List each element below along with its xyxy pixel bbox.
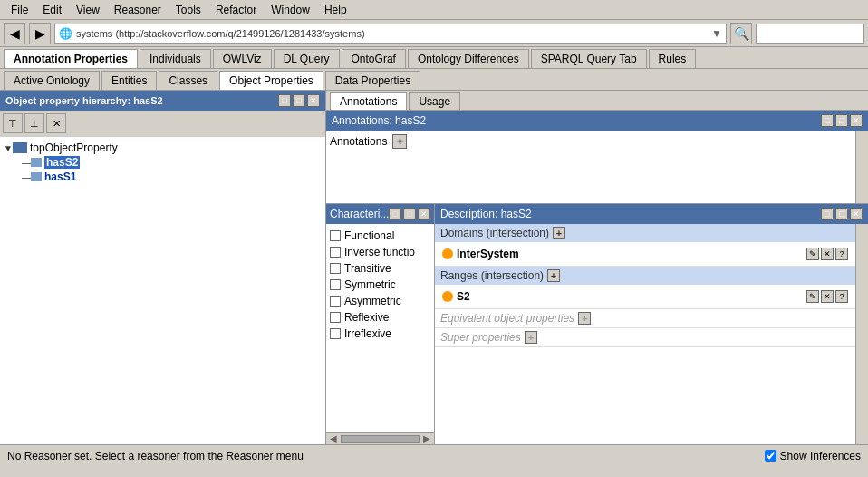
- left-panel-min-btn[interactable]: □: [278, 94, 291, 107]
- char-body: Functional Inverse functio Transitive Sy…: [326, 224, 434, 432]
- intersystem-dot: [442, 248, 453, 259]
- menu-file[interactable]: File: [4, 2, 35, 18]
- desc-close-btn[interactable]: ✕: [850, 208, 863, 220]
- super-label: Super properties: [440, 331, 521, 344]
- tab-individuals[interactable]: Individuals: [140, 49, 211, 68]
- char-label-irreflexive: Irreflexive: [344, 327, 391, 340]
- tree-label-hass1: hasS1: [44, 170, 76, 183]
- tab-rules[interactable]: Rules: [649, 49, 697, 68]
- menu-edit[interactable]: Edit: [35, 2, 69, 18]
- tree-arrow-hass2: —: [22, 158, 31, 168]
- char-label-symmetric: Symmetric: [344, 278, 396, 291]
- tab-ontology-differences[interactable]: Ontology Differences: [408, 49, 529, 68]
- domains-add-btn[interactable]: +: [553, 227, 565, 239]
- desc-header-title: Description: hasS2: [440, 208, 532, 220]
- equivalent-add-btn[interactable]: +: [578, 312, 591, 325]
- super-add-btn[interactable]: +: [525, 331, 537, 344]
- checkbox-asymmetric[interactable]: [330, 296, 341, 307]
- tree-top-btn[interactable]: ⊤: [3, 113, 23, 133]
- show-inferences-checkbox[interactable]: [765, 450, 776, 462]
- s2-remove-btn[interactable]: ✕: [821, 290, 834, 303]
- intersystem-info-btn[interactable]: ?: [835, 248, 848, 260]
- left-panel-close-btn[interactable]: ✕: [307, 94, 320, 107]
- url-bar[interactable]: 🌐 systems (http://stackoverflow.com/q/21…: [54, 24, 727, 44]
- tab-usage[interactable]: Usage: [409, 92, 460, 110]
- desc-scrollbar[interactable]: [855, 224, 868, 444]
- char-min-btn[interactable]: □: [389, 208, 401, 220]
- checkbox-functional[interactable]: [330, 230, 341, 241]
- tab-ontograf[interactable]: OntoGraf: [342, 49, 406, 68]
- char-item-symmetric: Symmetric: [330, 277, 430, 293]
- right-panel: Annotations Usage Annotations: hasS2 □ □…: [326, 91, 868, 444]
- menu-help[interactable]: Help: [317, 2, 354, 18]
- tree-item-topobjectproperty[interactable]: ▼ topObjectProperty: [4, 141, 322, 155]
- url-dropdown-icon[interactable]: ▼: [711, 27, 722, 40]
- tree-item-hass1[interactable]: — hasS1: [4, 170, 322, 184]
- checkbox-transitive[interactable]: [330, 263, 341, 274]
- s2-edit-btn[interactable]: ✎: [806, 290, 819, 303]
- annotations-label: Annotations: [330, 135, 387, 148]
- char-item-inverse: Inverse functio: [330, 244, 430, 260]
- back-button[interactable]: ◀: [4, 23, 25, 44]
- tab-annotation-properties[interactable]: Annotation Properties: [4, 49, 138, 68]
- url-icon: 🌐: [59, 27, 72, 40]
- s2-info-btn[interactable]: ?: [835, 290, 848, 303]
- desc-item-intersystem[interactable]: InterSystem ✎ ✕ ?: [442, 246, 848, 262]
- left-panel: Object property hierarchy: hasS2 □ □ ✕ ⊤…: [0, 91, 326, 444]
- desc-body: Domains (intersection) + InterSystem: [435, 224, 855, 444]
- tree-clear-btn[interactable]: ✕: [46, 113, 66, 133]
- ann-max-btn[interactable]: □: [835, 114, 848, 127]
- domains-content: InterSystem ✎ ✕ ?: [435, 242, 855, 266]
- toolbar: ◀ ▶ 🌐 systems (http://stackoverflow.com/…: [0, 20, 868, 47]
- statusbar: No Reasoner set. Select a reasoner from …: [0, 444, 868, 466]
- intersystem-remove-btn[interactable]: ✕: [821, 248, 834, 260]
- menu-refactor[interactable]: Refactor: [208, 2, 264, 18]
- tab-entities[interactable]: Entities: [101, 71, 157, 90]
- left-panel-max-btn[interactable]: □: [293, 94, 305, 107]
- tab-object-properties[interactable]: Object Properties: [219, 71, 323, 90]
- tab-sparql-query[interactable]: SPARQL Query Tab: [531, 49, 647, 68]
- domains-header: Domains (intersection) +: [435, 224, 855, 242]
- desc-min-btn[interactable]: □: [821, 208, 834, 220]
- forward-button[interactable]: ▶: [29, 23, 51, 44]
- intersystem-edit-btn[interactable]: ✎: [806, 248, 819, 260]
- tab-annotations[interactable]: Annotations: [330, 92, 407, 110]
- search-input[interactable]: [756, 24, 864, 44]
- char-scrollbar[interactable]: ◀ ▶: [326, 432, 434, 444]
- super-header: Super properties +: [435, 328, 855, 346]
- tab-dl-query[interactable]: DL Query: [274, 49, 340, 68]
- hass2-icon: [31, 158, 42, 167]
- s2-name: S2: [457, 290, 470, 303]
- tab-owlviz[interactable]: OWLViz: [213, 49, 272, 68]
- char-close-btn[interactable]: ✕: [418, 208, 430, 220]
- ann-scrollbar[interactable]: [855, 131, 868, 203]
- tab-active-ontology[interactable]: Active Ontology: [4, 71, 100, 90]
- char-max-btn[interactable]: □: [403, 208, 416, 220]
- main-area: Object property hierarchy: hasS2 □ □ ✕ ⊤…: [0, 91, 868, 444]
- desc-item-s2[interactable]: S2 ✎ ✕ ?: [442, 288, 848, 305]
- tab-data-properties[interactable]: Data Properties: [325, 71, 420, 90]
- equivalent-label: Equivalent object properties: [440, 312, 574, 325]
- search-icon[interactable]: 🔍: [730, 23, 752, 44]
- ranges-add-btn[interactable]: +: [547, 269, 560, 282]
- show-inferences: Show Inferences: [765, 450, 861, 462]
- ann-close-btn[interactable]: ✕: [850, 114, 863, 127]
- ranges-section: Ranges (intersection) + S2: [435, 267, 855, 309]
- tab-classes[interactable]: Classes: [159, 71, 217, 90]
- description-panel: Description: hasS2 □ □ ✕ Domains (inters…: [435, 204, 868, 444]
- checkbox-irreflexive[interactable]: [330, 328, 341, 339]
- checkbox-symmetric[interactable]: [330, 279, 341, 290]
- ranges-header: Ranges (intersection) +: [435, 267, 855, 285]
- menu-window[interactable]: Window: [264, 2, 317, 18]
- checkbox-inverse[interactable]: [330, 247, 341, 258]
- tree-bottom-btn[interactable]: ⊥: [24, 113, 44, 133]
- char-header: Characteri... □ □ ✕: [326, 204, 434, 224]
- annotations-add-btn[interactable]: +: [392, 134, 407, 149]
- ann-min-btn[interactable]: □: [821, 114, 834, 127]
- checkbox-reflexive[interactable]: [330, 312, 341, 323]
- desc-max-btn[interactable]: □: [835, 208, 848, 220]
- menu-tools[interactable]: Tools: [169, 2, 208, 18]
- menu-view[interactable]: View: [69, 2, 107, 18]
- tree-item-hass2[interactable]: — hasS2: [4, 155, 322, 170]
- menu-reasoner[interactable]: Reasoner: [107, 2, 169, 18]
